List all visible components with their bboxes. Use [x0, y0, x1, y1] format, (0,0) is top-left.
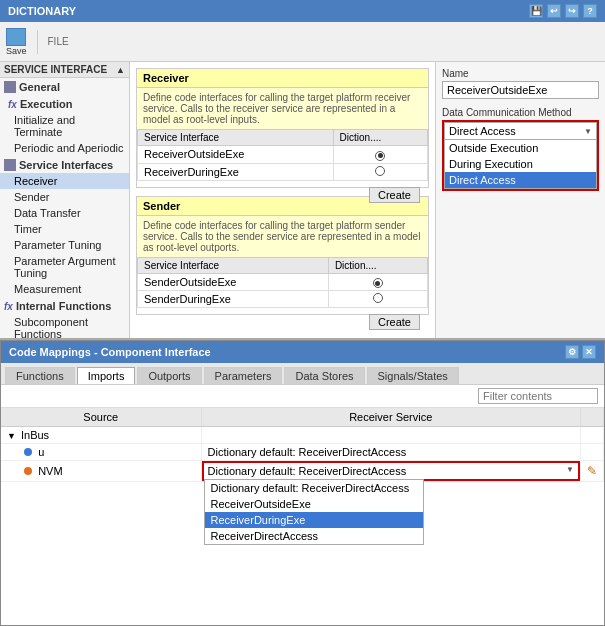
tab-parameters[interactable]: Parameters: [204, 367, 283, 384]
help-title-icon[interactable]: ?: [583, 4, 597, 18]
sidebar-item-init-term[interactable]: Initialize and Terminate: [0, 112, 129, 140]
sidebar-item-service-interfaces[interactable]: Service Interfaces: [0, 156, 129, 173]
table-row: NVM Dictionary default: ReceiverDirectAc…: [1, 461, 604, 482]
sender-section: Sender Define code interfaces for callin…: [136, 196, 429, 316]
save-title-icon[interactable]: 💾: [529, 4, 543, 18]
nvm-cell: NVM: [1, 461, 201, 482]
method-selected: Direct Access: [449, 125, 516, 137]
nvm-dropdown-header[interactable]: Dictionary default: ReceiverDirectAccess…: [204, 463, 579, 479]
toolbar: Save FILE: [0, 22, 605, 62]
nvm-option-0[interactable]: Dictionary default: ReceiverDirectAccess: [205, 480, 423, 496]
sidebar-item-data-transfer[interactable]: Data Transfer: [0, 205, 129, 221]
bottom-icon-close[interactable]: ✕: [582, 345, 596, 359]
sidebar-item-general[interactable]: General: [0, 78, 129, 95]
sidebar-header: SERVICE INTERFACE ▲: [0, 62, 129, 78]
undo-title-icon[interactable]: ↩: [547, 4, 561, 18]
center-content: Receiver Define code interfaces for call…: [130, 62, 435, 338]
receiver-label: Receiver: [14, 175, 57, 187]
sender-table: Service Interface Diction.... SenderOuts…: [137, 257, 428, 309]
tab-imports[interactable]: Imports: [77, 367, 136, 384]
table-row: SenderDuringExe: [138, 291, 428, 308]
service-icon: [4, 159, 16, 171]
nvm-option-1[interactable]: ReceiverOutsideExe: [205, 496, 423, 512]
internal-fx-icon: fx: [4, 301, 13, 312]
sidebar-item-periodic[interactable]: Periodic and Aperiodic: [0, 140, 129, 156]
col-source-header: Source: [1, 408, 201, 427]
general-label: General: [19, 81, 60, 93]
measurement-label: Measurement: [14, 283, 81, 295]
inbus-expand-icon[interactable]: ▼: [7, 431, 16, 441]
name-input[interactable]: [442, 81, 599, 99]
method-option-direct[interactable]: Direct Access: [445, 172, 596, 188]
nvm-dropdown-arrow-icon: ▼: [566, 465, 574, 477]
receiver-section: Receiver Define code interfaces for call…: [136, 68, 429, 188]
sidebar-item-timer[interactable]: Timer: [0, 221, 129, 237]
receiver-table: Service Interface Diction.... ReceiverOu…: [137, 129, 428, 181]
receiver-create-button[interactable]: Create: [369, 187, 420, 203]
method-dropdown-wrapper: Direct Access ▼ Outside Execution During…: [442, 120, 599, 191]
service-interfaces-label: Service Interfaces: [19, 159, 113, 171]
sidebar-item-internal-functions[interactable]: fx Internal Functions: [0, 297, 129, 314]
bottom-title-bar: Code Mappings - Component Interface ⚙ ✕: [1, 341, 604, 363]
nvm-label: NVM: [38, 465, 62, 477]
right-panel: Name Data Communication Method Direct Ac…: [435, 62, 605, 338]
tab-data-stores[interactable]: Data Stores: [284, 367, 364, 384]
sender-row2-name: SenderDuringExe: [138, 291, 329, 308]
sender-col-service: Service Interface: [138, 257, 329, 273]
receiver-row1-radio[interactable]: [333, 146, 427, 164]
nvm-edit-icon[interactable]: ✎: [587, 464, 597, 478]
sidebar-item-receiver[interactable]: Receiver: [0, 173, 129, 189]
sidebar-item-subcomponent[interactable]: Subcomponent Functions: [0, 314, 129, 338]
init-term-label: Initialize and Terminate: [14, 114, 125, 138]
sidebar-item-parameter-tuning[interactable]: Parameter Tuning: [0, 237, 129, 253]
data-transfer-label: Data Transfer: [14, 207, 81, 219]
method-dropdown-header[interactable]: Direct Access ▼: [444, 122, 597, 140]
sidebar-item-execution[interactable]: fx Execution: [0, 95, 129, 112]
execution-label: Execution: [20, 98, 73, 110]
sender-row1-radio[interactable]: [328, 273, 427, 291]
filter-input[interactable]: [478, 388, 598, 404]
bottom-panel: Code Mappings - Component Interface ⚙ ✕ …: [0, 340, 605, 626]
inbus-action-cell: [581, 427, 604, 444]
nvm-option-2[interactable]: ReceiverDuringExe: [205, 512, 423, 528]
u-receiver-cell: Dictionary default: ReceiverDirectAccess: [201, 444, 581, 461]
receiver-radio-empty[interactable]: [375, 166, 385, 176]
sender-row2-radio[interactable]: [328, 291, 427, 308]
nvm-dot-icon: [24, 467, 32, 475]
receiver-col-service: Service Interface: [138, 130, 334, 146]
sidebar: SERVICE INTERFACE ▲ General fx Execution…: [0, 62, 130, 338]
method-option-outside[interactable]: Outside Execution: [445, 140, 596, 156]
sender-radio-empty[interactable]: [373, 293, 383, 303]
inbus-receiver-cell: [201, 427, 581, 444]
bottom-icon-settings[interactable]: ⚙: [565, 345, 579, 359]
filter-bar: [1, 385, 604, 408]
tab-functions[interactable]: Functions: [5, 367, 75, 384]
redo-title-icon[interactable]: ↪: [565, 4, 579, 18]
table-row: SenderOutsideExe: [138, 273, 428, 291]
u-dot-icon: [24, 448, 32, 456]
receiver-row2-radio[interactable]: [333, 163, 427, 180]
tab-signals-states[interactable]: Signals/States: [367, 367, 459, 384]
sidebar-header-label: SERVICE INTERFACE: [4, 64, 107, 75]
nvm-option-3[interactable]: ReceiverDirectAccess: [205, 528, 423, 544]
dropdown-arrow-icon: ▼: [584, 127, 592, 136]
execution-icon: fx: [8, 99, 17, 110]
sidebar-item-sender[interactable]: Sender: [0, 189, 129, 205]
nvm-dropdown-list: Dictionary default: ReceiverDirectAccess…: [204, 479, 424, 545]
u-label: u: [38, 446, 44, 458]
sidebar-item-measurement[interactable]: Measurement: [0, 281, 129, 297]
method-option-during[interactable]: During Execution: [445, 156, 596, 172]
col-receiver-header: Receiver Service: [201, 408, 581, 427]
timer-label: Timer: [14, 223, 42, 235]
tab-outports[interactable]: Outports: [137, 367, 201, 384]
save-button[interactable]: Save: [6, 28, 27, 56]
dictionary-title: DICTIONARY: [8, 5, 76, 17]
sidebar-item-param-arg-tuning[interactable]: Parameter Argument Tuning: [0, 253, 129, 281]
receiver-radio-filled[interactable]: [375, 151, 385, 161]
receiver-desc: Define code interfaces for calling the t…: [137, 88, 428, 129]
sender-desc: Define code interfaces for calling the t…: [137, 216, 428, 257]
sender-radio-filled[interactable]: [373, 278, 383, 288]
sender-create-button[interactable]: Create: [369, 314, 420, 330]
sidebar-collapse-icon[interactable]: ▲: [116, 65, 125, 75]
nvm-edit-cell: ✎: [581, 461, 604, 482]
